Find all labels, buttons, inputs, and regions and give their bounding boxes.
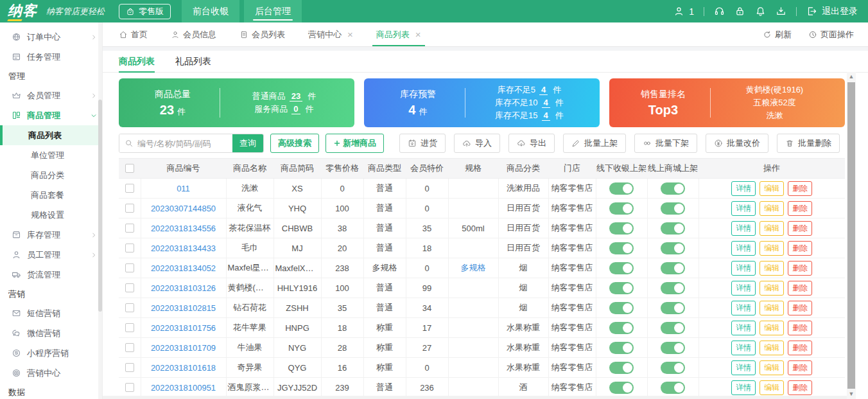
mall-toggle[interactable] xyxy=(661,262,685,274)
logout-button[interactable]: 退出登录 xyxy=(806,6,858,17)
import-button[interactable]: 导入 xyxy=(454,134,500,153)
pos-toggle[interactable] xyxy=(609,322,634,334)
mall-toggle[interactable] xyxy=(661,322,685,334)
delete-button[interactable]: 删除 xyxy=(788,360,812,375)
card-line-value[interactable]: 0 xyxy=(291,104,300,114)
tab-home[interactable]: 首页 xyxy=(119,22,148,46)
export-button[interactable]: 导出 xyxy=(508,134,555,153)
mall-toggle[interactable] xyxy=(661,302,685,314)
card-line-value[interactable]: 4 xyxy=(542,111,550,121)
detail-button[interactable]: 详情 xyxy=(731,341,756,355)
delete-button[interactable]: 删除 xyxy=(788,301,812,315)
tab-member-info[interactable]: 会员信息 xyxy=(171,22,216,46)
topnav-tab-front-cashier[interactable]: 前台收银 xyxy=(182,0,239,22)
delete-button[interactable]: 删除 xyxy=(788,281,812,296)
product-code-link[interactable]: 20220318101756 xyxy=(151,323,216,333)
edit-button[interactable]: 编辑 xyxy=(759,181,784,196)
sidebar-item-12[interactable]: 货流管理 xyxy=(0,265,102,285)
sidebar-item-17[interactable]: 营销中心 xyxy=(0,363,102,383)
product-code-link[interactable]: 20220318101618 xyxy=(151,363,216,373)
pos-toggle[interactable] xyxy=(609,242,634,254)
delete-button[interactable]: 删除 xyxy=(788,221,812,236)
row-checkbox[interactable] xyxy=(125,184,134,193)
sidebar-item-14[interactable]: 短信营销 xyxy=(0,303,102,323)
row-checkbox[interactable] xyxy=(125,283,134,292)
row-checkbox[interactable] xyxy=(125,383,134,392)
detail-button[interactable]: 详情 xyxy=(731,281,756,296)
row-checkbox[interactable] xyxy=(125,263,134,272)
bell-icon[interactable] xyxy=(755,6,766,17)
edit-button[interactable]: 编辑 xyxy=(759,221,784,236)
row-checkbox[interactable] xyxy=(125,363,134,372)
mall-toggle[interactable] xyxy=(661,342,685,354)
delete-button[interactable]: 删除 xyxy=(788,181,812,196)
scroll-down-icon[interactable]: ▼ xyxy=(849,389,855,399)
product-code-link[interactable]: 20220318134433 xyxy=(151,244,216,253)
edit-button[interactable]: 编辑 xyxy=(759,380,784,395)
edit-button[interactable]: 编辑 xyxy=(759,321,784,335)
row-checkbox[interactable] xyxy=(125,224,134,233)
product-code-link[interactable]: 20220318100951 xyxy=(151,383,216,393)
delete-button[interactable]: 删除 xyxy=(788,201,812,216)
add-product-button[interactable]: 新增商品 xyxy=(326,134,384,153)
tab-product-list[interactable]: 商品列表× xyxy=(376,22,421,46)
sidebar-item-4[interactable]: 商品管理 xyxy=(0,105,102,125)
refresh-button[interactable]: 刷新 xyxy=(763,29,792,40)
headset-icon[interactable] xyxy=(714,6,725,17)
detail-button[interactable]: 详情 xyxy=(731,261,756,276)
pos-toggle[interactable] xyxy=(609,222,634,235)
sidebar-item-0[interactable]: 订单中心 xyxy=(0,27,102,47)
product-code-link[interactable]: 20230307144850 xyxy=(151,204,216,213)
detail-button[interactable]: 详情 xyxy=(731,360,756,375)
product-code-link[interactable]: 011 xyxy=(177,184,190,193)
topnav-tab-backend-admin[interactable]: 后台管理 xyxy=(244,0,302,22)
sidebar-item-1[interactable]: 任务管理 xyxy=(0,47,102,67)
scrollbar-thumb[interactable] xyxy=(847,82,855,389)
edit-button[interactable]: 编辑 xyxy=(759,360,784,375)
lock-icon[interactable] xyxy=(734,6,745,17)
tab-member-list[interactable]: 会员列表 xyxy=(239,22,285,46)
edit-button[interactable]: 编辑 xyxy=(759,301,784,315)
detail-button[interactable]: 详情 xyxy=(731,181,756,196)
sidebar-subitem-5[interactable]: 商品列表 xyxy=(0,125,102,145)
detail-button[interactable]: 详情 xyxy=(731,321,756,335)
advanced-search-button[interactable]: 高级搜索 xyxy=(270,134,319,153)
card-line-value[interactable]: 4 xyxy=(539,85,548,95)
pos-toggle[interactable] xyxy=(609,362,634,374)
product-code-link[interactable]: 20220318134556 xyxy=(151,224,216,233)
edition-button[interactable]: 零售版 xyxy=(119,4,171,19)
sidebar-scrollbar[interactable] xyxy=(98,22,102,399)
row-checkbox[interactable] xyxy=(125,244,134,253)
vertical-scrollbar[interactable]: ▲ ▼ xyxy=(847,72,856,399)
search-input[interactable] xyxy=(119,134,232,152)
page-actions-button[interactable]: 页面操作 xyxy=(808,29,854,40)
pos-toggle[interactable] xyxy=(609,202,634,215)
close-icon[interactable]: × xyxy=(415,29,421,40)
delete-button[interactable]: 删除 xyxy=(788,341,812,355)
card-line-value[interactable]: 23 xyxy=(290,91,302,102)
delete-button[interactable]: 删除 xyxy=(788,321,812,335)
batch-reprice-button[interactable]: 批量改价 xyxy=(706,134,768,153)
sidebar-item-11[interactable]: 员工管理 xyxy=(0,245,102,265)
sidebar-item-15[interactable]: 微信营销 xyxy=(0,323,102,343)
product-code-link[interactable]: 20220318134052 xyxy=(151,263,216,273)
row-checkbox[interactable] xyxy=(125,303,134,312)
detail-button[interactable]: 详情 xyxy=(731,301,756,315)
mall-toggle[interactable] xyxy=(661,242,685,254)
mall-toggle[interactable] xyxy=(661,282,685,294)
row-checkbox[interactable] xyxy=(125,323,134,332)
edit-button[interactable]: 编辑 xyxy=(759,261,784,276)
detail-button[interactable]: 详情 xyxy=(731,201,756,216)
sidebar-subitem-7[interactable]: 商品分类 xyxy=(0,165,102,185)
detail-button[interactable]: 详情 xyxy=(731,380,756,395)
scroll-up-icon[interactable]: ▲ xyxy=(849,72,855,82)
edit-button[interactable]: 编辑 xyxy=(759,341,784,355)
delete-button[interactable]: 删除 xyxy=(788,380,812,395)
product-code-link[interactable]: 20220318103126 xyxy=(151,283,216,293)
search-button[interactable]: 查询 xyxy=(232,134,263,152)
mall-toggle[interactable] xyxy=(661,202,685,215)
mall-toggle[interactable] xyxy=(661,222,685,235)
mall-toggle[interactable] xyxy=(661,182,685,195)
spec-link[interactable]: 多规格 xyxy=(461,263,486,272)
tab-marketing-center[interactable]: 营销中心× xyxy=(308,22,353,46)
